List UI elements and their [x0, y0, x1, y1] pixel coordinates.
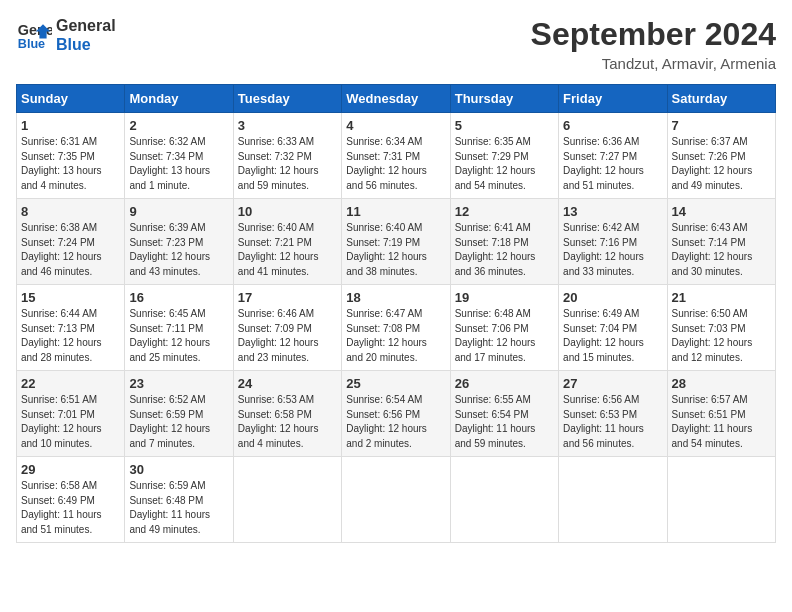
calendar-table: SundayMondayTuesdayWednesdayThursdayFrid…: [16, 84, 776, 543]
cell-text: Sunrise: 6:51 AMSunset: 7:01 PMDaylight:…: [21, 393, 120, 451]
day-number: 11: [346, 204, 445, 219]
cell-text: Sunrise: 6:39 AMSunset: 7:23 PMDaylight:…: [129, 221, 228, 279]
cell-text: Sunrise: 6:35 AMSunset: 7:29 PMDaylight:…: [455, 135, 554, 193]
calendar-cell: [450, 457, 558, 543]
page-header: General Blue General Blue September 2024…: [16, 16, 776, 72]
day-number: 1: [21, 118, 120, 133]
day-number: 27: [563, 376, 662, 391]
day-number: 12: [455, 204, 554, 219]
calendar-cell: 2Sunrise: 6:32 AMSunset: 7:34 PMDaylight…: [125, 113, 233, 199]
cell-text: Sunrise: 6:56 AMSunset: 6:53 PMDaylight:…: [563, 393, 662, 451]
day-number: 6: [563, 118, 662, 133]
calendar-cell: [233, 457, 341, 543]
day-number: 15: [21, 290, 120, 305]
calendar-cell: 13Sunrise: 6:42 AMSunset: 7:16 PMDayligh…: [559, 199, 667, 285]
cell-text: Sunrise: 6:46 AMSunset: 7:09 PMDaylight:…: [238, 307, 337, 365]
calendar-cell: 9Sunrise: 6:39 AMSunset: 7:23 PMDaylight…: [125, 199, 233, 285]
calendar-cell: 19Sunrise: 6:48 AMSunset: 7:06 PMDayligh…: [450, 285, 558, 371]
day-number: 13: [563, 204, 662, 219]
logo-icon: General Blue: [16, 17, 52, 53]
cell-text: Sunrise: 6:53 AMSunset: 6:58 PMDaylight:…: [238, 393, 337, 451]
calendar-cell: 4Sunrise: 6:34 AMSunset: 7:31 PMDaylight…: [342, 113, 450, 199]
cell-text: Sunrise: 6:40 AMSunset: 7:19 PMDaylight:…: [346, 221, 445, 279]
day-number: 5: [455, 118, 554, 133]
day-number: 26: [455, 376, 554, 391]
col-header-friday: Friday: [559, 85, 667, 113]
month-year: September 2024: [531, 16, 776, 53]
day-number: 20: [563, 290, 662, 305]
cell-text: Sunrise: 6:52 AMSunset: 6:59 PMDaylight:…: [129, 393, 228, 451]
location: Tandzut, Armavir, Armenia: [531, 55, 776, 72]
calendar-cell: 26Sunrise: 6:55 AMSunset: 6:54 PMDayligh…: [450, 371, 558, 457]
day-number: 8: [21, 204, 120, 219]
cell-text: Sunrise: 6:42 AMSunset: 7:16 PMDaylight:…: [563, 221, 662, 279]
day-number: 10: [238, 204, 337, 219]
calendar-cell: 24Sunrise: 6:53 AMSunset: 6:58 PMDayligh…: [233, 371, 341, 457]
calendar-cell: 6Sunrise: 6:36 AMSunset: 7:27 PMDaylight…: [559, 113, 667, 199]
cell-text: Sunrise: 6:33 AMSunset: 7:32 PMDaylight:…: [238, 135, 337, 193]
calendar-cell: 15Sunrise: 6:44 AMSunset: 7:13 PMDayligh…: [17, 285, 125, 371]
cell-text: Sunrise: 6:45 AMSunset: 7:11 PMDaylight:…: [129, 307, 228, 365]
calendar-week-row: 22Sunrise: 6:51 AMSunset: 7:01 PMDayligh…: [17, 371, 776, 457]
calendar-week-row: 29Sunrise: 6:58 AMSunset: 6:49 PMDayligh…: [17, 457, 776, 543]
day-number: 29: [21, 462, 120, 477]
calendar-cell: 20Sunrise: 6:49 AMSunset: 7:04 PMDayligh…: [559, 285, 667, 371]
title-block: September 2024 Tandzut, Armavir, Armenia: [531, 16, 776, 72]
day-number: 17: [238, 290, 337, 305]
cell-text: Sunrise: 6:55 AMSunset: 6:54 PMDaylight:…: [455, 393, 554, 451]
day-number: 28: [672, 376, 771, 391]
calendar-cell: 1Sunrise: 6:31 AMSunset: 7:35 PMDaylight…: [17, 113, 125, 199]
calendar-cell: [559, 457, 667, 543]
col-header-tuesday: Tuesday: [233, 85, 341, 113]
logo-blue: Blue: [56, 35, 116, 54]
day-number: 16: [129, 290, 228, 305]
calendar-cell: 3Sunrise: 6:33 AMSunset: 7:32 PMDaylight…: [233, 113, 341, 199]
calendar-cell: 12Sunrise: 6:41 AMSunset: 7:18 PMDayligh…: [450, 199, 558, 285]
day-number: 25: [346, 376, 445, 391]
cell-text: Sunrise: 6:32 AMSunset: 7:34 PMDaylight:…: [129, 135, 228, 193]
calendar-cell: 17Sunrise: 6:46 AMSunset: 7:09 PMDayligh…: [233, 285, 341, 371]
cell-text: Sunrise: 6:59 AMSunset: 6:48 PMDaylight:…: [129, 479, 228, 537]
cell-text: Sunrise: 6:44 AMSunset: 7:13 PMDaylight:…: [21, 307, 120, 365]
cell-text: Sunrise: 6:36 AMSunset: 7:27 PMDaylight:…: [563, 135, 662, 193]
cell-text: Sunrise: 6:58 AMSunset: 6:49 PMDaylight:…: [21, 479, 120, 537]
calendar-cell: 7Sunrise: 6:37 AMSunset: 7:26 PMDaylight…: [667, 113, 775, 199]
calendar-cell: 21Sunrise: 6:50 AMSunset: 7:03 PMDayligh…: [667, 285, 775, 371]
calendar-cell: 25Sunrise: 6:54 AMSunset: 6:56 PMDayligh…: [342, 371, 450, 457]
calendar-cell: 23Sunrise: 6:52 AMSunset: 6:59 PMDayligh…: [125, 371, 233, 457]
calendar-week-row: 15Sunrise: 6:44 AMSunset: 7:13 PMDayligh…: [17, 285, 776, 371]
cell-text: Sunrise: 6:57 AMSunset: 6:51 PMDaylight:…: [672, 393, 771, 451]
cell-text: Sunrise: 6:50 AMSunset: 7:03 PMDaylight:…: [672, 307, 771, 365]
col-header-wednesday: Wednesday: [342, 85, 450, 113]
calendar-cell: 27Sunrise: 6:56 AMSunset: 6:53 PMDayligh…: [559, 371, 667, 457]
svg-text:Blue: Blue: [18, 37, 45, 51]
col-header-sunday: Sunday: [17, 85, 125, 113]
calendar-cell: 30Sunrise: 6:59 AMSunset: 6:48 PMDayligh…: [125, 457, 233, 543]
day-number: 18: [346, 290, 445, 305]
day-number: 30: [129, 462, 228, 477]
calendar-week-row: 1Sunrise: 6:31 AMSunset: 7:35 PMDaylight…: [17, 113, 776, 199]
cell-text: Sunrise: 6:31 AMSunset: 7:35 PMDaylight:…: [21, 135, 120, 193]
cell-text: Sunrise: 6:40 AMSunset: 7:21 PMDaylight:…: [238, 221, 337, 279]
cell-text: Sunrise: 6:43 AMSunset: 7:14 PMDaylight:…: [672, 221, 771, 279]
logo-general: General: [56, 16, 116, 35]
day-number: 22: [21, 376, 120, 391]
calendar-header-row: SundayMondayTuesdayWednesdayThursdayFrid…: [17, 85, 776, 113]
calendar-cell: 11Sunrise: 6:40 AMSunset: 7:19 PMDayligh…: [342, 199, 450, 285]
col-header-thursday: Thursday: [450, 85, 558, 113]
calendar-cell: 18Sunrise: 6:47 AMSunset: 7:08 PMDayligh…: [342, 285, 450, 371]
calendar-cell: 14Sunrise: 6:43 AMSunset: 7:14 PMDayligh…: [667, 199, 775, 285]
day-number: 3: [238, 118, 337, 133]
col-header-monday: Monday: [125, 85, 233, 113]
cell-text: Sunrise: 6:54 AMSunset: 6:56 PMDaylight:…: [346, 393, 445, 451]
cell-text: Sunrise: 6:47 AMSunset: 7:08 PMDaylight:…: [346, 307, 445, 365]
calendar-cell: 8Sunrise: 6:38 AMSunset: 7:24 PMDaylight…: [17, 199, 125, 285]
cell-text: Sunrise: 6:34 AMSunset: 7:31 PMDaylight:…: [346, 135, 445, 193]
day-number: 4: [346, 118, 445, 133]
col-header-saturday: Saturday: [667, 85, 775, 113]
calendar-cell: 10Sunrise: 6:40 AMSunset: 7:21 PMDayligh…: [233, 199, 341, 285]
calendar-cell: 28Sunrise: 6:57 AMSunset: 6:51 PMDayligh…: [667, 371, 775, 457]
day-number: 19: [455, 290, 554, 305]
calendar-cell: 5Sunrise: 6:35 AMSunset: 7:29 PMDaylight…: [450, 113, 558, 199]
cell-text: Sunrise: 6:49 AMSunset: 7:04 PMDaylight:…: [563, 307, 662, 365]
